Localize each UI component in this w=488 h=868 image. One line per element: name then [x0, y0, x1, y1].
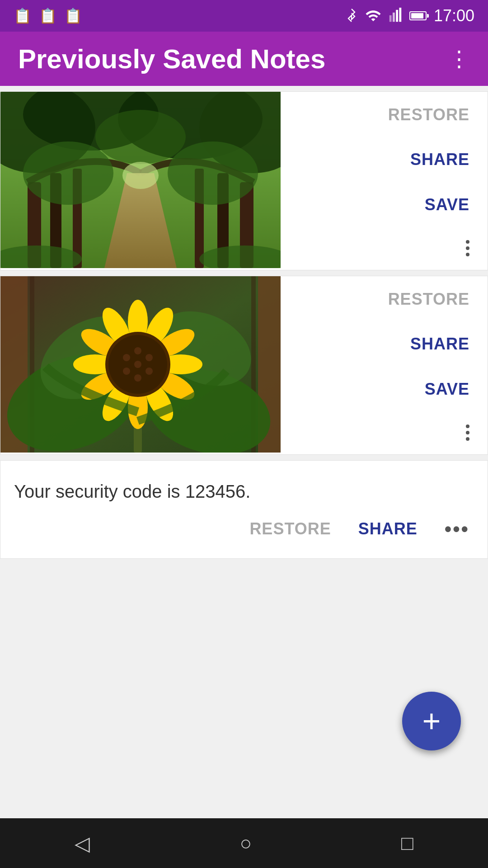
note-card-1-actions: RESTORE SHARE SAVE — [281, 92, 488, 270]
sunflower-image — [0, 276, 281, 453]
clipboard-3-icon: 📋 — [64, 7, 82, 24]
bottom-navigation: ◁ ○ □ — [0, 818, 488, 868]
note-1-restore-button[interactable]: RESTORE — [388, 105, 469, 124]
bluetooth-icon — [345, 8, 358, 24]
status-bar: 📋 📋 📋 17:00 — [0, 0, 488, 32]
note-2-more-button[interactable] — [466, 425, 469, 441]
svg-rect-2 — [396, 10, 398, 22]
svg-rect-1 — [393, 13, 395, 22]
content-area: RESTORE SHARE SAVE — [0, 86, 488, 564]
add-icon: + — [422, 705, 441, 737]
clipboard-1-icon: 📋 — [14, 7, 32, 24]
svg-rect-3 — [399, 8, 401, 22]
svg-point-49 — [123, 368, 130, 375]
note-card-2: RESTORE SHARE SAVE — [0, 276, 488, 455]
svg-point-50 — [123, 354, 130, 361]
svg-point-48 — [134, 374, 141, 382]
home-button[interactable]: ○ — [239, 832, 252, 854]
note-card-2-image — [0, 276, 281, 454]
battery-icon — [409, 11, 427, 20]
note-card-1: RESTORE SHARE SAVE — [0, 91, 488, 270]
add-note-fab[interactable]: + — [402, 692, 461, 750]
note-card-2-actions: RESTORE SHARE SAVE — [281, 276, 488, 454]
note-3-share-button[interactable]: SHARE — [358, 519, 418, 538]
signal-icon — [389, 8, 402, 24]
back-button[interactable]: ◁ — [75, 832, 90, 855]
note-1-more-button[interactable] — [466, 240, 469, 256]
more-vert-icon[interactable]: ⋮ — [448, 46, 470, 71]
svg-rect-0 — [389, 15, 392, 22]
svg-point-17 — [168, 142, 258, 205]
note-3-more-button[interactable]: ••• — [445, 518, 469, 540]
recents-button[interactable]: □ — [401, 832, 413, 854]
svg-point-18 — [122, 162, 159, 189]
wifi-icon — [365, 8, 381, 24]
note-card-3-actions: RESTORE SHARE ••• — [14, 518, 469, 540]
page-title: Previously Saved Notes — [18, 43, 325, 75]
status-bar-left-icons: 📋 📋 📋 — [14, 7, 82, 24]
note-2-share-button[interactable]: SHARE — [410, 335, 469, 354]
svg-point-16 — [23, 142, 113, 205]
svg-point-46 — [145, 354, 153, 361]
forest-image — [0, 92, 281, 268]
status-bar-right-icons: 17:00 — [345, 6, 474, 25]
note-card-3: Your security code is 123456. RESTORE SH… — [0, 460, 488, 559]
svg-point-9 — [95, 110, 186, 164]
toolbar: Previously Saved Notes ⋮ — [0, 32, 488, 86]
note-1-share-button[interactable]: SHARE — [410, 150, 469, 169]
note-3-restore-button[interactable]: RESTORE — [249, 519, 331, 538]
note-1-save-button[interactable]: SAVE — [425, 195, 469, 214]
note-2-save-button[interactable]: SAVE — [425, 380, 469, 399]
svg-point-45 — [134, 347, 141, 354]
status-time: 17:00 — [434, 6, 474, 25]
note-2-restore-button[interactable]: RESTORE — [388, 290, 469, 309]
clipboard-2-icon: 📋 — [39, 7, 57, 24]
svg-point-47 — [145, 368, 153, 375]
note-3-text: Your security code is 123456. — [14, 479, 469, 504]
note-card-1-image — [0, 92, 281, 270]
svg-point-51 — [134, 361, 141, 368]
